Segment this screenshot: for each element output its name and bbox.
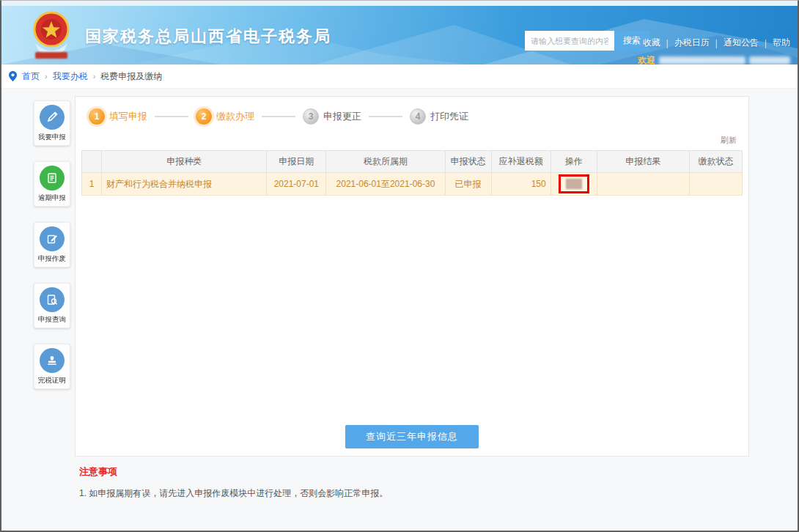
- main-content: 我要申报 逾期申报 申报作废 申报查询: [1, 89, 798, 530]
- tax-calendar-link[interactable]: 办税日历: [674, 37, 710, 49]
- breadcrumb-tax-services[interactable]: 我要办税: [53, 70, 88, 83]
- table-row[interactable]: 1 财产和行为税合并纳税申报 2021-07-01 2021-06-01至202…: [82, 173, 743, 196]
- step-1: 1 填写申报: [89, 108, 147, 125]
- doc-search-icon: [40, 287, 65, 312]
- breadcrumb-separator: ›: [93, 72, 96, 81]
- notes-title: 注意事项: [79, 465, 739, 479]
- step-number: 4: [410, 108, 426, 125]
- favorites-link[interactable]: 收藏: [643, 37, 660, 49]
- table-header-row: 申报种类 申报日期 税款所属期 申报状态 应补退税额 操作 申报结果 缴款状态: [82, 151, 743, 173]
- edit-icon: [40, 226, 65, 251]
- step-4: 4 打印凭证: [410, 108, 468, 125]
- breadcrumb-current-page: 税费申报及缴纳: [100, 70, 162, 83]
- sidebar-item-label: 申报查询: [38, 314, 66, 324]
- step-label: 填写申报: [109, 110, 147, 123]
- stamp-icon: [40, 348, 65, 373]
- refresh-link[interactable]: 刷新: [721, 135, 737, 146]
- step-number: 1: [89, 108, 105, 125]
- cell-declaration-date: 2021-07-01: [267, 173, 326, 196]
- column-header-type: 申报种类: [102, 151, 267, 173]
- step-3: 3 申报更正: [303, 108, 361, 125]
- search-input[interactable]: [525, 31, 614, 51]
- breadcrumb-home[interactable]: 首页: [22, 70, 40, 83]
- cell-operation: [551, 173, 597, 196]
- column-header-amount: 应补退税额: [491, 151, 551, 173]
- column-header-seq: [82, 151, 102, 173]
- step-connector: [262, 116, 295, 117]
- cell-declaration-type: 财产和行为税合并纳税申报: [102, 173, 267, 196]
- column-header-period: 税款所属期: [326, 151, 445, 173]
- step-connector: [369, 116, 402, 117]
- step-number: 3: [303, 108, 319, 125]
- step-2: 2 缴款办理: [196, 108, 254, 125]
- browser-top-strip: [1, 1, 798, 6]
- table-toolbar: 刷新: [76, 125, 748, 150]
- sidebar-item-label: 逾期申报: [38, 193, 66, 202]
- sidebar-item-label: 申报作废: [38, 254, 66, 263]
- step-connector: [155, 116, 188, 117]
- redacted-account-action[interactable]: [749, 56, 790, 64]
- breadcrumb-separator: ›: [45, 72, 48, 81]
- cell-amount: 150: [491, 173, 551, 196]
- link-divider: |: [715, 38, 718, 48]
- redacted-taxpayer-name: [659, 56, 745, 64]
- sidebar-item-declare[interactable]: 我要申报: [34, 100, 70, 146]
- column-header-result: 申报结果: [597, 151, 689, 173]
- link-divider: |: [666, 38, 669, 48]
- app-window: 国家税务总局山西省电子税务局 搜索 收藏 | 办税日历 | 通知公告 | 帮助 …: [0, 0, 799, 532]
- pencil-icon: [40, 105, 65, 130]
- sidebar-item-overdue-declare[interactable]: 逾期申报: [34, 161, 70, 207]
- help-link[interactable]: 帮助: [773, 37, 790, 49]
- query-declarations-button[interactable]: 查询近三年申报信息: [345, 425, 479, 448]
- operation-button[interactable]: [566, 179, 582, 189]
- site-header: 国家税务总局山西省电子税务局 搜索 收藏 | 办税日历 | 通知公告 | 帮助 …: [1, 6, 798, 64]
- link-divider: |: [765, 38, 767, 48]
- note-item: 1. 如申报属期有误，请先进入申报作废模块中进行处理，否则会影响正常申报。: [79, 487, 739, 500]
- column-header-operation: 操作: [551, 151, 597, 173]
- column-header-date: 申报日期: [267, 151, 326, 173]
- sidebar-item-declaration-query[interactable]: 申报查询: [34, 283, 70, 328]
- cell-tax-period: 2021-06-01至2021-06-30: [326, 173, 445, 196]
- document-icon: [40, 166, 65, 191]
- cell-seq: 1: [82, 173, 102, 196]
- step-progress-indicator: 1 填写申报 2 缴款办理 3 申报更正 4 打印凭证: [76, 97, 748, 125]
- notes-section: 注意事项 1. 如申报属期有误，请先进入申报作废模块中进行处理，否则会影响正常申…: [79, 465, 739, 500]
- announcements-link[interactable]: 通知公告: [723, 37, 759, 49]
- step-label: 缴款办理: [216, 110, 254, 123]
- column-header-status: 申报状态: [445, 151, 491, 173]
- quick-nav-sidebar: 我要申报 逾期申报 申报作废 申报查询: [34, 100, 70, 389]
- welcome-label: 欢迎: [638, 54, 655, 64]
- breadcrumb: 首页 › 我要办税 › 税费申报及缴纳: [1, 64, 798, 89]
- welcome-bar: 欢迎: [638, 54, 790, 64]
- sidebar-item-label: 完税证明: [38, 375, 66, 385]
- cell-result: [597, 173, 689, 196]
- sidebar-item-tax-certificate[interactable]: 完税证明: [34, 344, 70, 389]
- sidebar-item-label: 我要申报: [38, 132, 66, 141]
- step-label: 申报更正: [323, 110, 361, 123]
- header-search: 搜索: [525, 31, 649, 51]
- declaration-panel: 1 填写申报 2 缴款办理 3 申报更正 4 打印凭证: [75, 96, 749, 457]
- red-annotation-highlight: [559, 174, 589, 193]
- header-links: 收藏 | 办税日历 | 通知公告 | 帮助: [643, 37, 790, 49]
- declaration-table: 申报种类 申报日期 税款所属期 申报状态 应补退税额 操作 申报结果 缴款状态 …: [81, 150, 743, 196]
- location-pin-icon: [9, 71, 17, 81]
- cell-payment-status: [689, 173, 742, 196]
- step-number: 2: [196, 108, 212, 125]
- cell-status: 已申报: [445, 173, 491, 196]
- step-label: 打印凭证: [430, 110, 468, 123]
- column-header-payment: 缴款状态: [689, 151, 742, 173]
- site-title: 国家税务总局山西省电子税务局: [85, 26, 331, 48]
- tax-bureau-emblem-logo: [26, 10, 76, 61]
- sidebar-item-void-declaration[interactable]: 申报作废: [34, 222, 70, 267]
